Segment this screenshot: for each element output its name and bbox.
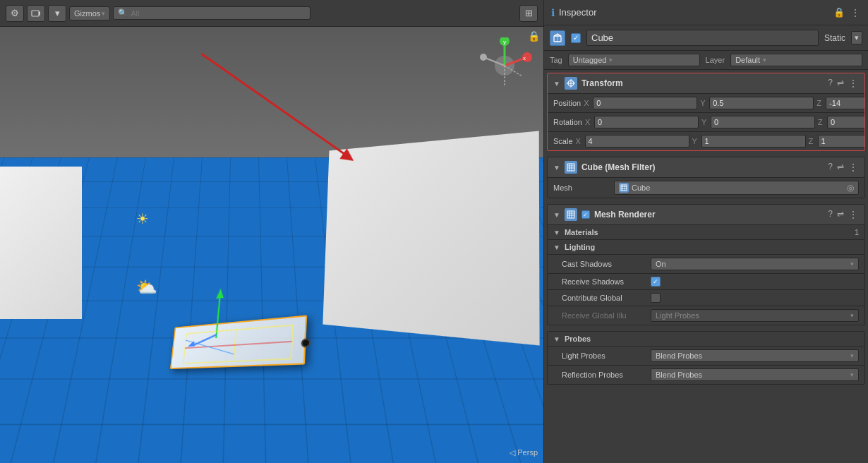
mesh-filter-help-icon[interactable]: ? [828,162,833,173]
position-y-input[interactable] [709,97,814,109]
camera-dropdown[interactable]: ▾ [48,5,66,22]
layer-chevron-icon: ▾ [763,56,766,64]
svg-line-6 [186,325,293,334]
static-dropdown[interactable]: ▾ [851,31,862,44]
mesh-row: Mesh Cube ◎ [548,178,864,198]
probes-component: ▼ Probes Light Probes Blend Probes ▾ Ref… [547,331,865,385]
position-z-input[interactable] [826,97,865,109]
receive-shadows-checkmark: ✓ [653,278,658,285]
rotation-x-input[interactable] [594,116,699,128]
maximize-button[interactable]: ⊞ [519,5,538,22]
tag-dropdown[interactable]: Untagged ▾ [568,54,700,66]
object-name-row: ✓ Static ▾ [544,25,868,51]
mesh-renderer-header[interactable]: ▼ ✓ Mesh Renderer ? ⇌ ⋮ [548,205,864,225]
svg-marker-3 [216,288,224,299]
scale-y-label: Y [692,137,699,145]
position-x-input[interactable] [593,97,697,109]
transform-settings-icon[interactable]: ⇌ [837,78,844,89]
mesh-renderer-settings-icon[interactable]: ⇌ [837,209,844,220]
lighting-triangle-icon: ▼ [553,243,560,251]
scene-canvas: ☀ ⛅ [0,27,543,463]
mesh-label: Mesh [553,184,610,192]
mesh-filter-settings-icon[interactable]: ⇌ [837,162,844,173]
layer-dropdown[interactable]: Default ▾ [730,54,862,66]
inspector-menu-icon[interactable]: ⋮ [850,7,861,18]
reflection-probes-row: Reflection Probes Blend Probes ▾ [548,366,864,384]
transform-menu-icon[interactable]: ⋮ [848,78,859,89]
scale-z-field: Z [809,135,865,148]
position-x-field: X [584,97,697,109]
mesh-renderer-enabled-checkbox[interactable]: ✓ [581,210,590,219]
lighting-foldout[interactable]: ▼ Lighting [548,240,864,255]
rotation-y-field: Y [701,116,815,128]
mesh-filter-triangle-icon: ▼ [553,164,560,172]
lock-icon[interactable]: 🔒 [833,7,845,18]
gizmos-dropdown[interactable]: Gizmos ▾ [69,6,110,20]
mesh-renderer-menu-icon[interactable]: ⋮ [848,209,859,220]
scene-toolbar: ⚙ ▾ Gizmos ▾ 🔍 ⊞ [0,0,543,27]
scale-y-input[interactable] [701,135,806,148]
mesh-renderer-component: ▼ ✓ Mesh Renderer ? ⇌ ⋮ ▼ Materials [547,204,865,325]
reflection-probes-dropdown[interactable]: Blend Probes ▾ [651,368,859,381]
receive-global-value: Light Probes [656,311,699,320]
materials-foldout[interactable]: ▼ Materials 1 [548,225,864,240]
scale-x-label: X [576,137,583,145]
position-xyz-group: X Y Z [584,97,865,109]
camera-button[interactable] [27,5,45,22]
probes-foldout[interactable]: ▼ Probes [548,332,864,347]
rotation-row: Rotation X Y Z [548,113,864,132]
rotation-y-input[interactable] [711,116,815,128]
search-input[interactable] [131,9,306,18]
tag-layer-row: Tag Untagged ▾ Layer Default ▾ [544,51,868,70]
tools-button[interactable]: ⚙ [6,5,24,22]
rotation-z-input[interactable] [827,116,865,128]
inspector-panel: ℹ Inspector 🔒 ⋮ ✓ Static ▾ Tag Untagged … [543,0,868,463]
object-name-input[interactable] [586,30,819,46]
materials-triangle-icon: ▼ [553,229,560,236]
scene-wall-right [323,131,539,346]
cast-shadows-value: On [656,260,666,268]
mesh-picker-icon[interactable]: ◎ [847,183,854,193]
svg-rect-34 [621,185,627,191]
mesh-renderer-help-icon[interactable]: ? [828,209,833,220]
mesh-filter-header[interactable]: ▼ Cube (Mesh Filter) ? ⇌ ⋮ [548,157,864,178]
layer-value: Default [735,56,760,64]
rotation-x-field: X [585,116,699,128]
transform-title: Transform [581,78,824,88]
scene-wall-left [0,167,82,319]
scale-z-input[interactable] [818,135,865,148]
checkmark-icon: ✓ [573,34,579,42]
cast-shadows-dropdown[interactable]: On ▾ [651,258,859,270]
scale-label: Scale [553,137,573,145]
tag-value: Untagged [573,56,607,64]
selected-cube[interactable] [170,315,307,369]
light-probes-row: Light Probes Blend Probes ▾ [548,347,864,366]
transform-icon [565,77,577,90]
persp-label: ◁ Persp [510,448,538,457]
contribute-global-row: Contribute Global [548,290,864,306]
contribute-global-label: Contribute Global [562,294,646,302]
probes-triangle-icon: ▼ [553,335,560,343]
scene-background: ☀ ⛅ [0,27,543,463]
contribute-global-checkbox[interactable] [651,293,661,303]
cloud-icon: ⛅ [136,277,157,297]
svg-line-8 [183,334,187,363]
scene-lock-icon[interactable]: 🔒 [528,30,540,42]
svg-line-10 [291,325,293,359]
receive-shadows-checkbox[interactable]: ✓ [651,277,661,287]
info-icon: ℹ [551,7,555,18]
rotation-label: Rotation [553,118,582,126]
transform-header[interactable]: ▼ Transform ? ⇌ ⋮ [548,73,864,94]
scale-x-input[interactable] [585,135,689,148]
light-probes-dropdown[interactable]: Blend Probes ▾ [651,349,859,362]
object-enabled-checkbox[interactable]: ✓ [571,33,581,43]
mesh-filter-menu-icon[interactable]: ⋮ [848,162,859,173]
transform-help-icon[interactable]: ? [828,78,833,89]
svg-point-21 [480,54,487,61]
mesh-filter-header-icons: ? ⇌ ⋮ [828,162,859,173]
receive-global-label: Receive Global Illu [562,311,646,320]
receive-global-dropdown[interactable]: Light Probes ▾ [651,309,859,322]
materials-count: 1 [855,228,859,236]
inspector-header: ℹ Inspector 🔒 ⋮ [544,0,868,25]
receive-global-chevron-icon: ▾ [850,312,854,319]
